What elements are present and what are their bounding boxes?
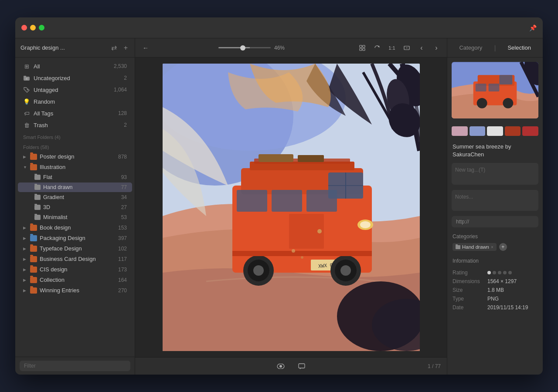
svg-rect-20 — [298, 155, 324, 162]
svg-point-28 — [317, 229, 322, 233]
minimize-button[interactable] — [30, 25, 36, 30]
rotate-button[interactable] — [371, 42, 383, 54]
tag-folder-icon — [456, 245, 460, 249]
chevron-right-icon: ▶ — [23, 267, 27, 272]
svg-rect-6 — [360, 45, 362, 47]
folder-item-book-design[interactable]: ▶ Book design 153 — [18, 223, 132, 233]
zoom-slider[interactable] — [218, 47, 271, 48]
rating-dot-5[interactable] — [508, 271, 512, 274]
aspect-button[interactable] — [401, 42, 413, 54]
sidebar-item-count: 2 — [115, 75, 127, 81]
smart-folders-label: Smart Folders (4) — [15, 131, 135, 141]
rating-dot-3[interactable] — [498, 271, 501, 274]
rating-dot-4[interactable] — [503, 271, 507, 274]
subfolder-label: Hand drawn — [43, 184, 112, 190]
swatch-blue[interactable] — [470, 126, 486, 136]
folder-item-illustration[interactable]: ▼ Illustration — [18, 162, 132, 172]
fullscreen-button[interactable] — [39, 25, 44, 30]
pin-icon[interactable]: 📌 — [529, 24, 537, 31]
next-image-button[interactable]: › — [430, 42, 442, 54]
zoom-label: 46% — [274, 45, 289, 51]
subfolder-label: Gradient — [43, 194, 112, 200]
subfolder-item-3d[interactable]: 3D 27 — [18, 203, 132, 212]
folder-label: Typeface Design — [40, 245, 112, 252]
folder-count: 173 — [115, 267, 127, 273]
svg-point-56 — [477, 98, 487, 108]
search-input[interactable] — [20, 361, 130, 371]
swatch-pink[interactable] — [452, 126, 468, 136]
folder-item-winning-entries[interactable]: ▶ Winning Entries 270 — [18, 285, 132, 295]
svg-point-57 — [503, 98, 513, 108]
sidebar-item-count: 1,064 — [114, 87, 127, 93]
sidebar-title: Graphic design ... — [20, 44, 106, 51]
folder-icon-blue — [30, 235, 37, 241]
rating-dots[interactable] — [487, 271, 512, 274]
tab-category[interactable]: Category — [447, 41, 494, 54]
sidebar-item-random[interactable]: 💡 Random — [18, 96, 132, 107]
sidebar-item-count: 2,530 — [114, 63, 127, 69]
url-input[interactable]: http:// — [452, 216, 538, 227]
tab-selection[interactable]: Selection — [496, 41, 543, 54]
back-button[interactable]: ← — [140, 42, 152, 54]
add-category-button[interactable]: + — [499, 243, 507, 251]
svg-rect-24 — [237, 190, 267, 212]
folder-item-business-card-design[interactable]: ▶ Business Card Design 117 — [18, 254, 132, 264]
original-size-button[interactable]: 1:1 — [386, 42, 398, 54]
sidebar-item-uncategorized[interactable]: Uncategorized 2 — [18, 72, 132, 84]
prev-image-button[interactable]: ‹ — [415, 42, 428, 54]
folder-item-cis-design[interactable]: ▶ CIS design 173 — [18, 264, 132, 274]
svg-point-36 — [340, 265, 351, 276]
rating-dot-2[interactable] — [493, 271, 496, 274]
category-tag-hand-drawn[interactable]: Hand drawn × — [453, 243, 497, 251]
category-tags: Hand drawn × + — [447, 241, 543, 254]
folder-x-icon — [23, 74, 30, 81]
subfolder-item-flat[interactable]: Flat 93 — [18, 172, 132, 182]
folder-label: Business Card Design — [40, 256, 112, 262]
folder-item-collection[interactable]: ▶ Collection 164 — [18, 275, 132, 285]
information-label: Information — [447, 254, 543, 266]
categories-label: Categories — [447, 230, 543, 241]
tag-input-area[interactable]: New tag...(T) — [452, 163, 538, 185]
swatch-white[interactable] — [487, 126, 503, 136]
folder-icon-orange — [30, 277, 37, 283]
sidebar-swap-button[interactable]: ⇄ — [109, 43, 119, 53]
svg-rect-26 — [306, 190, 337, 212]
subfolder-item-hand-drawn[interactable]: Hand drawn 77 — [18, 182, 132, 192]
subfolder-item-minimalist[interactable]: Minimalist 53 — [18, 213, 132, 222]
subfolder-icon — [34, 215, 41, 220]
rating-dot-1[interactable] — [487, 271, 491, 274]
sidebar-item-label: Uncategorized — [34, 75, 111, 81]
subfolder-label: Minimalist — [43, 214, 112, 220]
category-tag-remove[interactable]: × — [491, 245, 493, 250]
close-button[interactable] — [21, 25, 27, 30]
notes-area[interactable]: Notes... — [452, 190, 538, 211]
svg-point-48 — [279, 365, 282, 368]
sidebar-item-all-tags[interactable]: 🏷 All Tags 128 — [18, 108, 132, 119]
eye-button[interactable] — [275, 360, 287, 372]
sidebar-item-untagged[interactable]: Untagged 1,064 — [18, 84, 132, 95]
folder-count: 102 — [115, 246, 127, 252]
folder-item-poster-design[interactable]: ▶ Poster design 878 — [18, 152, 132, 162]
subfolder-count: 53 — [115, 214, 127, 220]
sidebar-item-trash[interactable]: 🗑 Trash 2 — [18, 119, 132, 131]
svg-rect-55 — [489, 84, 500, 91]
swatch-red[interactable] — [522, 126, 538, 136]
fit-button[interactable] — [356, 42, 368, 54]
swatch-dark-red[interactable] — [505, 126, 521, 136]
subfolder-count: 77 — [115, 184, 127, 190]
category-tag-label: Hand drawn — [462, 244, 489, 250]
comment-button[interactable] — [296, 360, 308, 372]
info-value-size: 1.8 MB — [487, 287, 538, 293]
info-value-type: PNG — [487, 296, 538, 302]
subfolder-item-gradient[interactable]: Gradient 34 — [18, 193, 132, 202]
sidebar-add-button[interactable]: + — [122, 43, 129, 53]
bulb-icon: 💡 — [23, 98, 30, 105]
folder-item-typeface-design[interactable]: ▶ Typeface Design 102 — [18, 243, 132, 253]
subfolder-icon — [34, 175, 41, 180]
image-counter: 1 / 77 — [428, 363, 441, 369]
sidebar-item-all[interactable]: ⊞ All 2,530 — [18, 61, 132, 72]
sidebar-header: Graphic design ... ⇄ + — [15, 38, 135, 57]
folder-count: 153 — [115, 225, 127, 231]
sidebar-list: ⊞ All 2,530 Uncategorized 2 Untagged — [15, 57, 135, 357]
folder-item-packaging-design[interactable]: ▶ Packaging Design 397 — [18, 233, 132, 243]
